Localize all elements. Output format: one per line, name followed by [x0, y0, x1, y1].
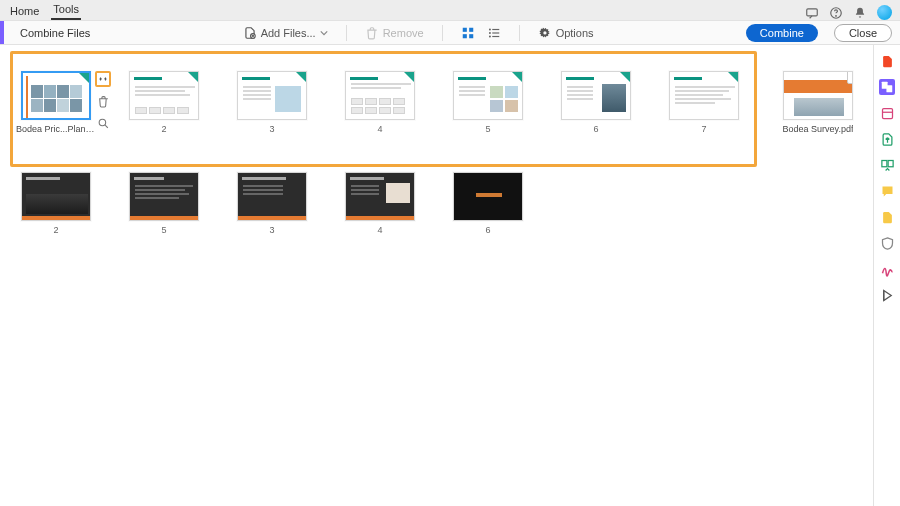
file-tile[interactable]: 6: [453, 172, 523, 235]
list-icon: [487, 26, 501, 40]
svg-rect-13: [492, 35, 499, 36]
thumb[interactable]: [345, 71, 415, 120]
thumb-row-1: Bodea Pric...Plans.ppt: [21, 71, 863, 134]
thumb[interactable]: [345, 172, 415, 221]
file-tile[interactable]: 5: [129, 172, 199, 235]
svg-rect-16: [886, 85, 892, 92]
edit-pdf-icon[interactable]: [879, 105, 895, 121]
svg-rect-6: [462, 34, 466, 38]
page-number: 6: [593, 124, 598, 134]
redact-icon[interactable]: [879, 287, 895, 303]
file-tile[interactable]: 5: [453, 71, 523, 134]
thumb[interactable]: [21, 172, 91, 221]
separator: [346, 25, 347, 41]
thumb[interactable]: [129, 71, 199, 120]
trash-icon: [365, 26, 379, 40]
thumb[interactable]: [669, 71, 739, 120]
thumb[interactable]: [237, 71, 307, 120]
svg-point-2: [836, 15, 837, 16]
expand-icon: [98, 74, 108, 84]
add-files-label: Add Files...: [261, 27, 316, 39]
bell-icon[interactable]: [853, 6, 867, 20]
delete-tile-button[interactable]: [95, 93, 111, 109]
zoom-tile-button[interactable]: [95, 115, 111, 131]
view-toggle: [457, 24, 505, 42]
expand-tile-button[interactable]: [95, 71, 111, 87]
magnifier-icon: [97, 117, 110, 130]
svg-point-8: [489, 28, 491, 30]
thumb[interactable]: [129, 172, 199, 221]
file-tile[interactable]: Bodea Pric...Plans.ppt: [21, 71, 91, 134]
page-number: 7: [701, 124, 706, 134]
thumb[interactable]: [783, 71, 853, 120]
page-number: 4: [377, 225, 382, 235]
file-tile[interactable]: 6: [561, 71, 631, 134]
file-tile[interactable]: 2: [21, 172, 91, 235]
file-tile[interactable]: 2: [129, 71, 199, 134]
gear-icon: [538, 26, 552, 40]
accent-bar: [0, 21, 4, 44]
export-icon[interactable]: [879, 131, 895, 147]
file-tile[interactable]: 7: [669, 71, 739, 134]
svg-point-10: [489, 32, 491, 34]
view-list-button[interactable]: [483, 24, 505, 42]
titlebar: Home Tools: [0, 0, 900, 20]
file-tile[interactable]: Bodea Survey.pdf: [783, 71, 853, 134]
file-caption: Bodea Pric...Plans.ppt: [16, 124, 96, 134]
chat-icon[interactable]: [805, 6, 819, 20]
right-tool-rail: [873, 45, 900, 506]
page-number: 5: [161, 225, 166, 235]
expand-file-button[interactable]: [847, 71, 853, 84]
add-files-button[interactable]: Add Files...: [239, 24, 332, 42]
combine-toolbar: Combine Files Add Files... Remove Option…: [0, 20, 900, 45]
sign-icon[interactable]: [879, 261, 895, 277]
chevron-down-icon: [320, 29, 328, 37]
svg-rect-18: [881, 160, 886, 166]
thumb[interactable]: [237, 172, 307, 221]
combine-files-icon[interactable]: [879, 79, 895, 95]
page-number: 5: [485, 124, 490, 134]
export-pdf-icon[interactable]: [879, 53, 895, 69]
svg-rect-7: [469, 34, 473, 38]
close-button[interactable]: Close: [834, 24, 892, 42]
file-tile[interactable]: 4: [345, 71, 415, 134]
grid-icon: [461, 26, 475, 40]
tile-actions: [95, 71, 111, 131]
svg-rect-19: [888, 160, 893, 166]
top-tabs: Home Tools: [8, 0, 81, 20]
options-label: Options: [556, 27, 594, 39]
thumb[interactable]: [21, 71, 91, 120]
file-caption: Bodea Survey.pdf: [783, 124, 854, 134]
thumb[interactable]: [561, 71, 631, 120]
tab-tools[interactable]: Tools: [51, 0, 81, 20]
file-tile[interactable]: 3: [237, 71, 307, 134]
options-button[interactable]: Options: [534, 24, 598, 42]
svg-rect-0: [807, 8, 818, 15]
file-tile[interactable]: 3: [237, 172, 307, 235]
organize-icon[interactable]: [879, 157, 895, 173]
thumbnail-canvas[interactable]: Bodea Pric...Plans.ppt: [0, 45, 873, 506]
svg-rect-17: [882, 108, 892, 118]
file-tile[interactable]: 4: [345, 172, 415, 235]
avatar[interactable]: [877, 5, 892, 20]
svg-rect-9: [492, 28, 499, 29]
separator: [519, 25, 520, 41]
tab-home[interactable]: Home: [8, 2, 41, 20]
trash-icon: [97, 95, 110, 108]
thumb[interactable]: [453, 71, 523, 120]
view-grid-button[interactable]: [457, 24, 479, 42]
protect-file-icon[interactable]: [879, 209, 895, 225]
remove-button[interactable]: Remove: [361, 24, 428, 42]
page-number: 2: [53, 225, 58, 235]
add-files-icon: [243, 26, 257, 40]
titlebar-right: [805, 5, 892, 20]
thumb-row-2: 2 5 3: [21, 172, 863, 235]
help-icon[interactable]: [829, 6, 843, 20]
combine-button[interactable]: Combine: [746, 24, 818, 42]
page-title: Combine Files: [20, 27, 90, 39]
comment-icon[interactable]: [879, 183, 895, 199]
shield-icon[interactable]: [879, 235, 895, 251]
thumb[interactable]: [453, 172, 523, 221]
page-number: 3: [269, 225, 274, 235]
separator: [442, 25, 443, 41]
